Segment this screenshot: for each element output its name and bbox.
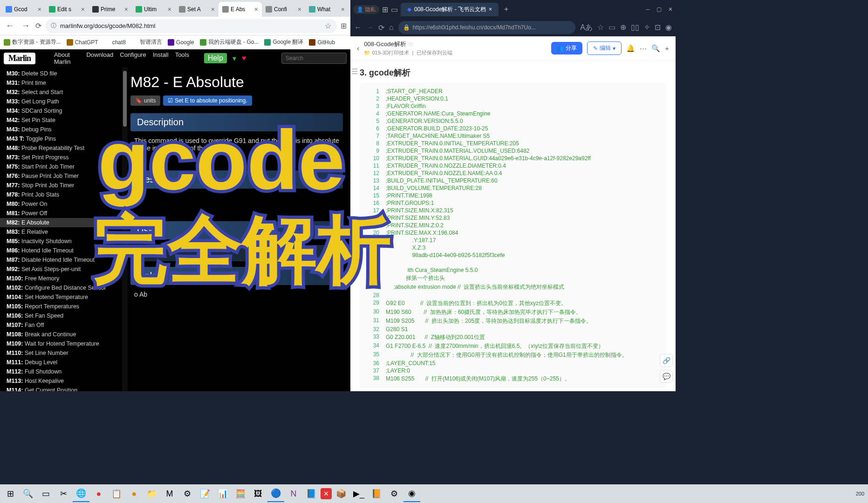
app-icon-10[interactable]: 🖼 bbox=[250, 485, 267, 502]
home-button[interactable]: ⌂ bbox=[389, 23, 394, 32]
code-line[interactable]: 24 bbox=[360, 259, 666, 266]
bookmark-star-icon[interactable]: ☆ bbox=[325, 21, 331, 30]
gcode-sidebar-item[interactable]: M109: Wait for Hotend Temperature bbox=[0, 339, 123, 348]
code-line[interactable]: 2;HEADER_VERSION:0.1 bbox=[360, 95, 666, 102]
nav-item[interactable]: Download bbox=[86, 51, 113, 65]
gcode-sidebar-item[interactable]: M87: Disable Hotend Idle Timeout bbox=[0, 255, 123, 265]
code-line[interactable]: 23 98adb-d104-4e09-b926-5182f5f3cefe bbox=[360, 252, 666, 259]
code-line[interactable]: 16;PRINT.GROUPS:1 bbox=[360, 199, 666, 207]
tab-close-icon[interactable]: × bbox=[124, 6, 128, 13]
gcode-sidebar-item[interactable]: M31: Print time bbox=[0, 78, 123, 88]
sidebar-scrollbar[interactable] bbox=[122, 67, 128, 391]
app-icon-12[interactable]: × bbox=[321, 488, 332, 499]
code-line[interactable]: 4;GENERATOR.NAME:Cura_SteamEngine bbox=[360, 110, 666, 117]
app-icon-7[interactable]: 📝 bbox=[197, 485, 213, 502]
app-icon-8[interactable]: 📊 bbox=[214, 485, 231, 502]
start-button[interactable]: ⊞ bbox=[2, 485, 19, 502]
code-line[interactable]: 37;LAYER:0 bbox=[360, 367, 666, 374]
code-line[interactable]: 17;PRINT.SIZE.MIN.X:82.315 bbox=[360, 207, 666, 214]
tab-close-icon[interactable]: × bbox=[489, 6, 492, 13]
extensions-icon[interactable]: ⊕ bbox=[620, 23, 626, 33]
onenote-icon[interactable]: N bbox=[285, 485, 302, 502]
lock-icon[interactable]: 🔒 bbox=[403, 24, 410, 31]
code-line[interactable]: 13;BUILD_PLATE.INITIAL_TEMPERATURE:60 bbox=[360, 177, 666, 184]
edge-taskbar-icon[interactable]: 🌐 bbox=[73, 485, 89, 502]
code-line[interactable]: 36;LAYER_COUNT:15 bbox=[360, 360, 666, 367]
outline-icon[interactable]: ☰ bbox=[351, 67, 358, 76]
code-line[interactable]: 20;PRINT.SIZE.MAX.X:196.084 bbox=[360, 229, 666, 237]
feishu-back-button[interactable]: ‹ bbox=[357, 44, 359, 53]
code-line[interactable]: 1;START_OF_HEADER bbox=[360, 88, 666, 95]
gcode-sidebar-item[interactable]: M104: Set Hotend Temperature bbox=[0, 292, 123, 302]
app-icon-9[interactable]: 🧮 bbox=[232, 485, 249, 502]
code-line[interactable]: 35 // 大部分情况下：使用G0用于没有挤出机控制的指令；使用G1用于带挤出的… bbox=[360, 351, 666, 360]
tag-units[interactable]: 🔖 units bbox=[130, 95, 160, 106]
nav-help[interactable]: Help bbox=[204, 53, 227, 63]
code-line[interactable]: 27 ;absolute extrusion mode // 设置挤出头当前坐标… bbox=[360, 283, 666, 292]
collections-icon[interactable]: ✧ bbox=[644, 23, 650, 33]
gcode-sidebar-item[interactable]: M100: Free Memory bbox=[0, 274, 123, 283]
tab-close-icon[interactable]: × bbox=[341, 6, 345, 13]
code-line[interactable]: 8;EXTRUDER_TRAIN.0.INITIAL_TEMPERATURE:2… bbox=[360, 140, 666, 147]
tab-close-icon[interactable]: × bbox=[38, 6, 41, 13]
tabs-icon[interactable]: ▭ bbox=[391, 5, 398, 14]
gcode-sidebar-item[interactable]: M111: Debug Level bbox=[0, 358, 123, 367]
app-icon-3[interactable]: 📋 bbox=[108, 485, 125, 502]
gcode-sidebar-item[interactable]: M80: Power On bbox=[0, 199, 123, 209]
gcode-sidebar-item[interactable]: M43: Debug Pins bbox=[0, 125, 123, 134]
gcode-sidebar-item[interactable]: M48: Probe Repeatability Test bbox=[0, 143, 123, 153]
gcode-sidebar-item[interactable]: M73: Set Print Progress bbox=[0, 153, 123, 162]
bookmark-item[interactable]: 数字资源 - 资源导... bbox=[4, 38, 61, 46]
tab-close-icon[interactable]: × bbox=[168, 6, 171, 13]
obs-icon[interactable]: ◉ bbox=[403, 485, 420, 502]
bookmark-item[interactable]: Google 翻译 bbox=[264, 38, 303, 46]
code-line[interactable]: 6;GENERATOR.BUILD_DATE:2023-10-25 bbox=[360, 125, 666, 132]
favorite-star-icon[interactable]: ☆ bbox=[408, 41, 414, 48]
terminal-icon[interactable]: ▶_ bbox=[350, 485, 367, 502]
code-line[interactable]: 33G0 Z20.001 // Z轴移动到20.001位置 bbox=[360, 333, 666, 342]
nav-item[interactable]: About Marlin bbox=[54, 51, 80, 65]
favorite-icon[interactable]: ☆ bbox=[597, 23, 604, 33]
code-line[interactable]: 26 择第一个挤出头 bbox=[360, 274, 666, 283]
code-line[interactable]: 38M106 S255 // 打开(M106)或关闭(M107)风扇，速度为25… bbox=[360, 374, 666, 383]
code-line[interactable]: 21 .Y:187.17 bbox=[360, 237, 666, 244]
gcode-sidebar-item[interactable]: M86: Hotend Idle Timeout bbox=[0, 246, 123, 255]
code-line[interactable]: 10;EXTRUDER_TRAIN.0.MATERIAL.GUID:44a029… bbox=[360, 155, 666, 162]
code-line[interactable]: 25 ith Cura_SteamEngine 5.5.0 bbox=[360, 266, 666, 274]
gcode-sidebar-item[interactable]: M75: Start Print Job Timer bbox=[0, 162, 123, 171]
chrome-tab[interactable]: Gcod× bbox=[2, 2, 45, 17]
code-line[interactable]: 30M190 S60 // 加热热床：60摄氏度，等待热床加热完毕才执行下一条指… bbox=[360, 308, 666, 317]
chrome-taskbar-icon[interactable]: 🔵 bbox=[267, 485, 284, 502]
tab-close-icon[interactable]: × bbox=[211, 6, 215, 13]
gcode-sidebar-item[interactable]: M102: Configure Bed Distance Sensor bbox=[0, 283, 123, 292]
gcode-sidebar-item[interactable]: M85: Inactivity Shutdown bbox=[0, 237, 123, 246]
gcode-sidebar-item[interactable]: M82: E Absolute bbox=[0, 218, 123, 227]
chrome-tab[interactable]: Confi× bbox=[262, 2, 305, 17]
minimize-button[interactable]: ─ bbox=[646, 6, 650, 13]
app-icon-11[interactable]: 📘 bbox=[303, 485, 320, 502]
user-badge[interactable]: 👤 隐私 bbox=[353, 5, 379, 14]
nav-donate[interactable]: Donate bbox=[252, 54, 276, 62]
nav-help-caret[interactable]: ▾ bbox=[232, 54, 236, 63]
site-info-icon[interactable]: ⓘ bbox=[51, 22, 56, 30]
gcode-sidebar-item[interactable]: M108: Break and Continue bbox=[0, 330, 123, 339]
close-button[interactable]: ✕ bbox=[668, 6, 673, 13]
code-line[interactable]: 28 bbox=[360, 292, 666, 299]
gcode-sidebar-item[interactable]: M83: E Relative bbox=[0, 227, 123, 237]
downloads-icon[interactable]: ⊡ bbox=[655, 23, 661, 33]
gcode-sidebar-item[interactable]: M43 T: Toggle Pins bbox=[0, 134, 123, 143]
code-line[interactable]: 32G280 S1 bbox=[360, 326, 666, 333]
code-line[interactable]: 19;PRINT.SIZE.MIN.Z:0.2 bbox=[360, 222, 666, 229]
app-icon-4[interactable]: ● bbox=[126, 485, 143, 502]
nav-item[interactable]: Install bbox=[153, 51, 169, 65]
workspace-icon[interactable]: ⊞ bbox=[382, 5, 388, 14]
gcode-sidebar-item[interactable]: M32: Select and Start bbox=[0, 88, 123, 97]
forward-button[interactable]: → bbox=[20, 19, 32, 33]
code-line[interactable]: 22 X.Z:3 bbox=[360, 244, 666, 252]
maximize-button[interactable]: ▢ bbox=[656, 6, 662, 13]
code-line[interactable]: 9;EXTRUDER_TRAIN.0.MATERIAL.VOLUME_USED:… bbox=[360, 147, 666, 155]
gcode-sidebar-item[interactable]: M76: Pause Print Job Timer bbox=[0, 171, 123, 181]
new-tab-button[interactable]: + bbox=[504, 5, 508, 14]
code-line[interactable]: 11;EXTRUDER_TRAIN.0.NOZZLE.DIAMETER:0.4 bbox=[360, 162, 666, 170]
taskbar-tray[interactable]: 200 bbox=[675, 484, 868, 503]
